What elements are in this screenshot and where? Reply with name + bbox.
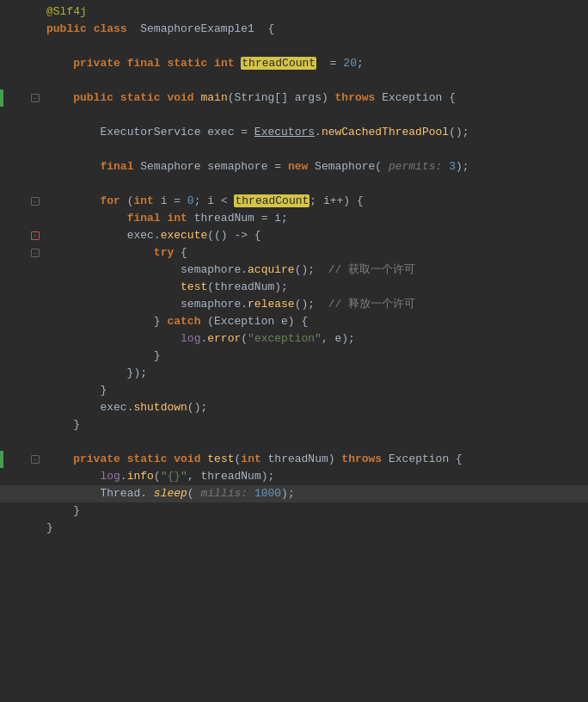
fold-gutter-18 [29,296,41,313]
code-line-19: } catch (Exception e) { [41,313,588,330]
fold-gutter-7 [29,107,41,124]
fold-gutter-21 [29,348,41,365]
line-18: semaphore.release(); // 释放一个许可 [0,296,588,313]
fold-gutter-24 [29,399,41,416]
code-line-26 [41,434,588,451]
gutter-17 [3,279,29,296]
fold-gutter-31 [29,520,41,537]
line-3 [0,38,588,55]
code-line-18: semaphore.release(); // 释放一个许可 [41,296,588,313]
line-14: ↑ exec.execute(() -> { [0,227,588,244]
gutter-4 [3,55,29,72]
gutter-2 [3,21,29,38]
fold-gutter-11 [29,176,41,193]
fold-gutter-25 [29,416,41,434]
code-line-6: public static void main(String[] args) t… [41,89,588,107]
thread-count-ref: threadCount [234,194,309,207]
fold-arrow-15[interactable]: − [31,249,40,257]
code-line-21: } [41,348,588,365]
fold-arrow-12[interactable]: − [31,197,40,206]
line-13: final int threadNum = i; [0,210,588,227]
fold-gutter-28 [29,468,41,485]
code-line-20: log.error("exception", e); [41,330,588,348]
fold-gutter-5 [29,72,41,89]
line-12: − for (int i = 0; i < threadCount; i++) … [0,193,588,210]
code-line-29: Thread. sleep( millis: 1000); [41,485,588,502]
line-23: } [0,382,588,399]
code-line-7 [41,107,588,124]
code-line-10: final Semaphore semaphore = new Semaphor… [41,158,588,176]
gutter-30 [3,502,29,520]
fold-gutter-14[interactable]: ↑ [29,227,41,244]
line-30: } [0,502,588,520]
fold-gutter-12[interactable]: − [29,193,41,210]
code-line-5 [41,72,588,89]
code-line-31: } [41,520,588,537]
gutter-14 [3,227,29,244]
gutter-16 [3,262,29,279]
code-line-9 [41,141,588,158]
fold-arrow-6[interactable]: − [31,94,40,102]
gutter-18 [3,296,29,313]
code-line-1: @Slf4j [41,3,588,21]
fold-gutter-6[interactable]: − [29,89,41,107]
gutter-15 [3,244,29,262]
code-line-15: try { [41,244,588,262]
line-1: @Slf4j [0,3,588,21]
gutter-5 [3,72,29,89]
code-line-16: semaphore.acquire(); // 获取一个许可 [41,262,588,279]
gutter-25 [3,416,29,434]
line-7 [0,107,588,124]
code-editor: @Slf4j public class SemaphoreExample1 { … [0,0,588,702]
annotation-slf4j: @Slf4j [46,5,87,18]
line-19: } catch (Exception e) { [0,313,588,330]
line-31: } [0,520,588,537]
code-line-23: } [41,382,588,399]
line-4: private final static int threadCount = 2… [0,55,588,72]
fold-gutter-22 [29,365,41,382]
gutter-29 [3,485,29,502]
line-20: log.error("exception", e); [0,330,588,348]
line-27: − private static void test(int threadNum… [0,451,588,468]
gutter-21 [3,348,29,365]
line-17: test(threadNum); [0,279,588,296]
code-line-27: private static void test(int threadNum) … [41,451,588,468]
fold-gutter-9 [29,141,41,158]
fold-gutter-3 [29,38,41,55]
fold-gutter-23 [29,382,41,399]
code-line-12: for (int i = 0; i < threadCount; i++) { [41,193,588,210]
line-10: final Semaphore semaphore = new Semaphor… [0,158,588,176]
fold-gutter-30 [29,502,41,520]
gutter-11 [3,176,29,193]
gutter-12 [3,193,29,210]
code-line-25: } [41,416,588,434]
code-line-14: exec.execute(() -> { [41,227,588,244]
fold-arrow-27[interactable]: − [31,455,40,464]
line-28: log.info("{}", threadNum); [0,468,588,485]
gutter-27 [3,451,29,468]
fold-gutter-2 [29,21,41,38]
fold-gutter-15[interactable]: − [29,244,41,262]
thread-count-var: threadCount [241,57,316,70]
gutter-31 [3,520,29,537]
code-line-24: exec.shutdown(); [41,399,588,416]
gutter-7 [3,107,29,124]
gutter-24 [3,399,29,416]
fold-arrow-14[interactable]: ↑ [31,231,40,240]
code-line-28: log.info("{}", threadNum); [41,468,588,485]
line-8: ExecutorService exec = Executors.newCach… [0,124,588,141]
gutter-6 [3,89,29,107]
fold-gutter-8 [29,124,41,141]
fold-gutter-17 [29,279,41,296]
line-26 [0,434,588,451]
fold-gutter-27[interactable]: − [29,451,41,468]
line-25: } [0,416,588,434]
fold-gutter-26 [29,434,41,451]
line-22: }); [0,365,588,382]
line-15: − try { [0,244,588,262]
line-2: public class SemaphoreExample1 { [0,21,588,38]
gutter-8 [3,124,29,141]
fold-gutter-13 [29,210,41,227]
gutter-26 [3,434,29,451]
gutter-22 [3,365,29,382]
